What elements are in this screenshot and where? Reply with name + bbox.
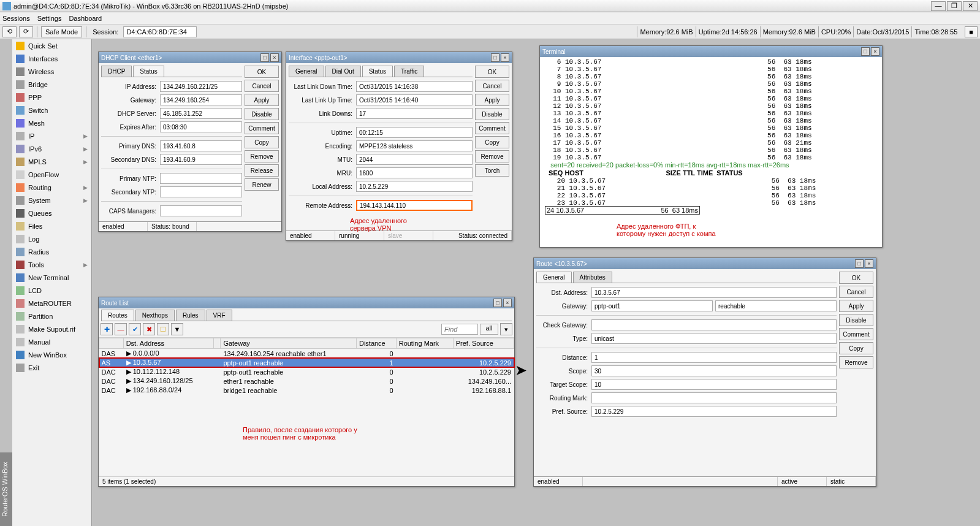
sidebar-item-openflow[interactable]: OpenFlow bbox=[12, 168, 91, 181]
field-value[interactable]: Oct/31/2015 14:16:40 bbox=[356, 94, 473, 105]
col-header[interactable] bbox=[99, 338, 124, 349]
dhcp-tab-status[interactable]: Status bbox=[133, 66, 164, 77]
field-value[interactable]: 1 bbox=[591, 352, 837, 363]
apply-button[interactable]: Apply bbox=[245, 94, 279, 106]
route-close-icon[interactable]: × bbox=[865, 259, 873, 268]
table-row[interactable]: AS▶ 10.3.5.67pptp-out1 reachable110.2.5.… bbox=[99, 358, 514, 367]
remove-button[interactable]: — bbox=[115, 323, 127, 335]
rl-tab-vrf[interactable]: VRF bbox=[207, 310, 232, 321]
minimize-button[interactable]: — bbox=[931, 1, 946, 11]
col-header[interactable]: Gateway bbox=[221, 338, 357, 349]
disable-button[interactable]: Disable bbox=[839, 314, 873, 326]
sidebar-item-exit[interactable]: Exit bbox=[12, 361, 91, 374]
sidebar-item-manual[interactable]: Manual bbox=[12, 335, 91, 348]
comment-button[interactable]: ☐ bbox=[157, 323, 169, 335]
field-value[interactable] bbox=[591, 392, 837, 403]
rl-tab-rules[interactable]: Rules bbox=[176, 310, 205, 321]
field-value[interactable]: 30 bbox=[591, 365, 837, 376]
sidebar-item-mpls[interactable]: MPLS▶ bbox=[12, 155, 91, 168]
cancel-button[interactable]: Cancel bbox=[839, 286, 873, 298]
col-header[interactable] bbox=[214, 338, 221, 349]
field-value[interactable] bbox=[160, 173, 242, 184]
disable-button[interactable]: ✖ bbox=[143, 323, 155, 335]
field-value[interactable]: pptp-out1 bbox=[591, 300, 713, 311]
copy-button[interactable]: Copy bbox=[475, 136, 509, 148]
remove-button[interactable]: Remove bbox=[475, 150, 509, 162]
field-value[interactable]: 193.41.60.9 bbox=[160, 154, 242, 165]
torch-button[interactable]: Torch bbox=[475, 164, 509, 177]
route-table[interactable]: Dst. AddressGatewayDistanceRouting MarkP… bbox=[99, 338, 514, 395]
field-value[interactable] bbox=[591, 319, 837, 330]
field-value[interactable]: 10.2.5.229 bbox=[591, 406, 837, 417]
field-value[interactable]: 134.249.160.254 bbox=[160, 94, 242, 105]
comment-button[interactable]: Comment bbox=[839, 328, 873, 340]
route-min-icon[interactable]: □ bbox=[855, 259, 864, 268]
field-value[interactable]: MPPE128 stateless bbox=[356, 140, 473, 151]
safe-mode-button[interactable]: Safe Mode bbox=[41, 26, 82, 37]
comment-button[interactable]: Comment bbox=[245, 122, 279, 134]
find-input[interactable] bbox=[441, 324, 478, 335]
sidebar-item-radius[interactable]: Radius bbox=[12, 245, 91, 258]
cancel-button[interactable]: Cancel bbox=[245, 80, 279, 92]
sidebar-item-log[interactable]: Log bbox=[12, 232, 91, 245]
sidebar-item-ipv6[interactable]: IPv6▶ bbox=[12, 142, 91, 155]
maximize-button[interactable]: ❐ bbox=[947, 1, 962, 11]
menu-sessions[interactable]: Sessions bbox=[2, 15, 30, 22]
sidebar-item-quick-set[interactable]: Quick Set bbox=[12, 39, 91, 52]
sidebar-item-queues[interactable]: Queues bbox=[12, 207, 91, 219]
rl-close-icon[interactable]: × bbox=[503, 299, 512, 307]
menu-dashboard[interactable]: Dashboard bbox=[69, 15, 102, 22]
cancel-button[interactable]: Cancel bbox=[475, 80, 509, 92]
table-row[interactable]: DAC▶ 192.168.88.0/24bridge1 reachable019… bbox=[99, 386, 514, 395]
sidebar-item-tools[interactable]: Tools▶ bbox=[12, 258, 91, 271]
dhcp-tab-dhcp[interactable]: DHCP bbox=[101, 66, 132, 77]
field-value[interactable] bbox=[160, 186, 242, 197]
route-tab-general[interactable]: General bbox=[536, 272, 572, 283]
sidebar-item-switch[interactable]: Switch bbox=[12, 104, 91, 116]
terminal-output[interactable]: 6 10.3.5.67 56 63 18ms 7 10.3.5.67 56 63… bbox=[540, 57, 882, 247]
sidebar-item-metarouter[interactable]: MetaROUTER bbox=[12, 297, 91, 310]
redo-button[interactable]: ⟳ bbox=[19, 26, 33, 37]
iface-tab-dialout[interactable]: Dial Out bbox=[325, 66, 361, 77]
sidebar-item-mesh[interactable]: Mesh bbox=[12, 116, 91, 129]
field-value[interactable]: 1600 bbox=[356, 167, 473, 178]
dhcp-min-icon[interactable]: □ bbox=[260, 53, 269, 62]
enable-button[interactable]: ✔ bbox=[129, 323, 141, 335]
sidebar-item-new-terminal[interactable]: New Terminal bbox=[12, 271, 91, 284]
copy-button[interactable]: Copy bbox=[839, 342, 873, 354]
sidebar-item-partition[interactable]: Partition bbox=[12, 310, 91, 322]
sidebar-item-interfaces[interactable]: Interfaces bbox=[12, 52, 91, 65]
filter-all[interactable]: all bbox=[480, 324, 498, 335]
field-value[interactable]: 10.3.5.67 bbox=[591, 287, 837, 298]
sidebar-item-lcd[interactable]: LCD bbox=[12, 284, 91, 297]
sidebar-item-bridge[interactable]: Bridge bbox=[12, 78, 91, 91]
sidebar-item-ppp[interactable]: PPP bbox=[12, 91, 91, 104]
field-value[interactable]: unicast bbox=[591, 333, 837, 344]
sidebar-item-make-supout.rif[interactable]: Make Supout.rif bbox=[12, 322, 91, 335]
col-header[interactable]: Pref. Source bbox=[453, 338, 514, 349]
undo-button[interactable]: ⟲ bbox=[2, 26, 17, 37]
table-row[interactable]: DAS▶ 0.0.0.0/0134.249.160.254 reachable … bbox=[99, 349, 514, 359]
iface-tab-status[interactable]: Status bbox=[362, 66, 393, 77]
field-value[interactable]: 194.143.144.110 bbox=[356, 200, 473, 211]
field-value[interactable]: 17 bbox=[356, 108, 473, 119]
sidebar-item-system[interactable]: System▶ bbox=[12, 194, 91, 207]
field-value[interactable]: 10.2.5.229 bbox=[356, 181, 473, 192]
route-tab-attributes[interactable]: Attributes bbox=[573, 272, 612, 283]
apply-button[interactable]: Apply bbox=[475, 94, 509, 106]
remove-button[interactable]: Remove bbox=[839, 356, 873, 368]
sidebar-item-new-winbox[interactable]: New WinBox bbox=[12, 348, 91, 361]
sidebar-item-routing[interactable]: Routing▶ bbox=[12, 181, 91, 194]
iface-tab-traffic[interactable]: Traffic bbox=[394, 66, 424, 77]
iface-min-icon[interactable]: □ bbox=[491, 53, 499, 62]
toolbar-menu-button[interactable]: ■ bbox=[965, 26, 978, 37]
close-button[interactable]: ✕ bbox=[963, 1, 978, 11]
table-row[interactable]: DAC▶ 10.112.112.148pptp-out1 reachable01… bbox=[99, 367, 514, 376]
iface-tab-general[interactable]: General bbox=[289, 66, 324, 77]
comment-button[interactable]: Comment bbox=[475, 122, 509, 134]
ok-button[interactable]: OK bbox=[475, 66, 509, 78]
iface-close-icon[interactable]: × bbox=[501, 53, 509, 62]
field-value[interactable]: 193.41.60.8 bbox=[160, 140, 242, 151]
field-value[interactable] bbox=[160, 205, 242, 216]
renew-button[interactable]: Renew bbox=[245, 178, 279, 191]
